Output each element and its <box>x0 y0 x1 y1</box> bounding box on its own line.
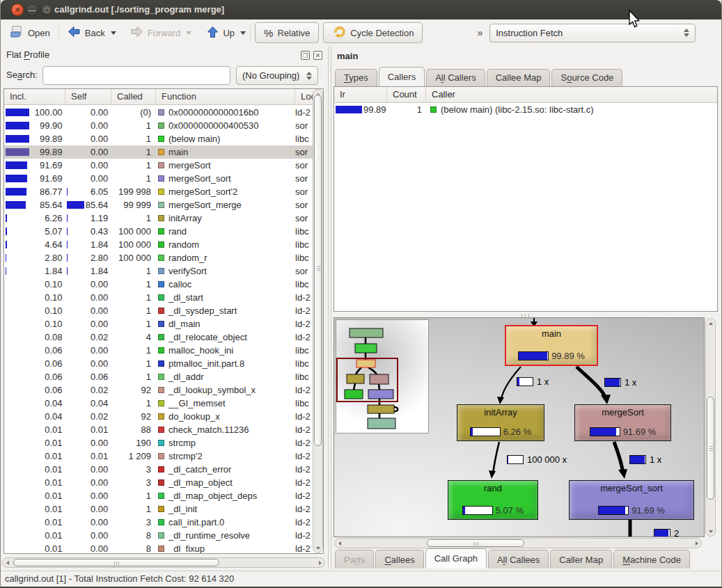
tab-all-callers[interactable]: All Callers <box>426 69 485 86</box>
back-button[interactable]: Back <box>63 23 109 42</box>
flat-profile-row[interactable]: 100.000.00(0)0x00000000000016b0ld-2 <box>4 106 313 119</box>
graph-vscrollbar[interactable] <box>705 318 716 537</box>
flat-profile-row[interactable]: 0.010.008_dl_fixupld-2 <box>4 542 313 553</box>
minimap-viewport[interactable] <box>336 358 398 402</box>
function-color-icon <box>158 519 164 525</box>
flat-profile-row[interactable]: 0.040.0292do_lookup_xld-2 <box>4 410 313 423</box>
flat-profile-vscrollbar[interactable] <box>313 89 323 553</box>
forward-dropdown-caret[interactable] <box>186 31 191 35</box>
callee-panel-tabs: PartsCalleesCall GraphAll CalleesCaller … <box>335 548 690 569</box>
flat-profile-row[interactable]: 85.6485.6499 999mergeSort_mergesor <box>4 198 313 212</box>
tab-caller-map[interactable]: Caller Map <box>550 550 612 569</box>
tab-all-callees[interactable]: All Callees <box>488 550 549 569</box>
function-color-icon <box>158 546 164 552</box>
toolbar-overflow-chevron[interactable]: » <box>477 27 482 38</box>
tab-machine-code[interactable]: Machine Code <box>613 550 690 569</box>
function-color-icon <box>158 189 164 195</box>
flat-profile-row[interactable]: 91.690.001mergeSortsor <box>4 159 313 172</box>
graph-node-mergeSort_sort[interactable]: mergeSort_sort91.69 % <box>569 480 694 520</box>
search-label: Search: <box>6 70 38 80</box>
flat-profile-row[interactable]: 0.010.003call_init.part.0ld-2 <box>4 516 313 529</box>
flat-profile-row[interactable]: 0.100.001dl_mainld-2 <box>4 317 313 331</box>
search-input[interactable] <box>42 66 230 85</box>
column-header-ir[interactable]: Ir <box>334 87 387 102</box>
grouping-select[interactable]: (No Grouping) <box>236 66 318 85</box>
flat-profile-row[interactable]: 0.010.001_dl_map_object_depsld-2 <box>4 489 313 502</box>
column-header-incl[interactable]: Incl. <box>4 89 65 104</box>
window-minimize-button[interactable]: — <box>26 3 38 16</box>
column-header-function[interactable]: Function <box>156 89 295 104</box>
column-header-caller[interactable]: Caller <box>426 87 717 102</box>
flat-profile-row[interactable]: 1.841.841verifySortsor <box>4 264 313 278</box>
up-dropdown-caret[interactable] <box>240 31 246 35</box>
call-graph-canvas[interactable]: main99.89 %initArray6.26 %mergeSort91.69… <box>333 317 705 537</box>
forward-button[interactable]: Forward <box>126 23 185 42</box>
window-close-button[interactable]: ✕ <box>11 3 24 16</box>
up-button[interactable]: Up <box>203 23 239 43</box>
graph-hscrollbar[interactable] <box>334 538 702 548</box>
flat-profile-row[interactable]: 0.060.061_dl_addrlibc <box>4 370 313 383</box>
column-header-self[interactable]: Self <box>65 89 111 104</box>
flat-profile-row[interactable]: 99.890.001(below main)libc <box>4 132 313 145</box>
flat-profile-row[interactable]: 0.060.001malloc_hook_inilibc <box>4 344 313 357</box>
flat-profile-row[interactable]: 0.060.0292_dl_lookup_symbol_xld-2 <box>4 383 313 397</box>
tab-types[interactable]: Types <box>335 69 377 86</box>
column-header-called[interactable]: Called <box>111 89 156 104</box>
dock-splitter[interactable] <box>328 46 329 569</box>
function-color-icon <box>158 427 164 433</box>
flat-profile-row[interactable]: 0.010.0188check_match.11236ld-2 <box>4 423 313 436</box>
graph-node-initArray[interactable]: initArray6.26 % <box>457 404 544 441</box>
flat-profile-row[interactable]: 0.010.003_dl_catch_errorld-2 <box>4 463 313 476</box>
dock-splitter[interactable] <box>331 46 331 569</box>
flat-profile-row[interactable]: 0.010.011 209strcmp'2ld-2 <box>4 450 313 463</box>
flat-profile-row[interactable]: 0.080.024_dl_relocate_objectld-2 <box>4 331 313 344</box>
tab-source-code[interactable]: Source Code <box>551 69 622 86</box>
flat-profile-row[interactable]: 86.776.05199 998mergeSort_sort'2sor <box>4 185 313 198</box>
graph-node-mergeSort[interactable]: mergeSort91.69 % <box>574 404 671 441</box>
relative-toggle-button[interactable]: % Relative <box>255 22 319 43</box>
flat-profile-row[interactable]: 0.010.001_dl_initld-2 <box>4 502 313 516</box>
spinner-arrows-icon <box>678 29 689 37</box>
cycle-arrow-icon <box>332 26 346 40</box>
flat-profile-row[interactable]: 0.100.001calloclibc <box>4 278 313 291</box>
title-bar[interactable]: ✕ — ▢ callgrind.out [./sorting_program m… <box>1 0 721 19</box>
back-dropdown-caret[interactable] <box>111 31 116 35</box>
tab-callers[interactable]: Callers <box>379 67 425 86</box>
flat-profile-row[interactable]: 0.100.001_dl_startld-2 <box>4 291 313 304</box>
flat-profile-row[interactable]: 99.900.0010x0000000000400530sor <box>4 119 313 132</box>
flat-profile-hscrollbar[interactable] <box>2 557 325 568</box>
column-header-location[interactable]: Location <box>295 89 314 104</box>
open-button[interactable]: Open <box>6 23 54 43</box>
caller-row[interactable]: 99.891(below main) (libc-2.15.so: libc-s… <box>334 103 717 116</box>
flat-profile-row[interactable]: 0.010.003_dl_map_objectld-2 <box>4 476 313 489</box>
column-header-count[interactable]: Count <box>387 87 426 102</box>
flat-profile-row[interactable]: 2.802.80100 000random_rlibc <box>4 251 313 264</box>
flat-profile-row[interactable]: 0.040.041__GI_memsetlibc <box>4 397 313 410</box>
window-maximize-button[interactable]: ▢ <box>40 3 53 16</box>
flat-profile-row[interactable]: 5.070.43100 000randlibc <box>4 225 313 238</box>
function-color-icon <box>158 215 164 221</box>
flat-profile-row[interactable]: 91.690.001mergeSort_sortsor <box>4 172 313 185</box>
flat-profile-header-row[interactable]: Incl. Self Called Function Location <box>4 89 323 105</box>
tab-call-graph[interactable]: Call Graph <box>425 548 487 569</box>
graph-node-main[interactable]: main99.89 % <box>505 325 598 366</box>
graph-minimap[interactable] <box>336 319 429 434</box>
flat-profile-row[interactable]: 0.010.00190strcmpld-2 <box>4 436 313 450</box>
spinner-arrows-icon <box>301 72 312 80</box>
tab-callee-map[interactable]: Callee Map <box>487 69 551 86</box>
flat-profile-row[interactable]: 0.010.008_dl_runtime_resolveld-2 <box>4 529 313 542</box>
flat-profile-row[interactable]: 4.641.84100 000randomlibc <box>4 238 313 251</box>
up-arrow-icon <box>207 26 219 40</box>
flat-profile-row[interactable]: 0.060.001ptmalloc_init.part.8libc <box>4 357 313 370</box>
graph-node-rand[interactable]: rand5.07 % <box>448 480 538 520</box>
callers-header-row[interactable]: Ir Count Caller <box>334 87 717 103</box>
dock-float-icon[interactable]: ❐ <box>301 51 310 60</box>
dock-close-icon[interactable]: ✕ <box>313 51 322 60</box>
tab-parts[interactable]: Parts <box>335 550 374 569</box>
flat-profile-row[interactable]: 6.261.191initArraysor <box>4 212 313 225</box>
flat-profile-row[interactable]: 0.100.001_dl_sysdep_startld-2 <box>4 304 313 317</box>
tab-callees[interactable]: Callees <box>375 550 423 569</box>
cycle-detection-toggle-button[interactable]: Cycle Detection <box>323 22 423 43</box>
event-type-select[interactable]: Instruction Fetch <box>489 24 696 42</box>
flat-profile-row[interactable]: 99.890.001mainsor <box>4 145 313 159</box>
